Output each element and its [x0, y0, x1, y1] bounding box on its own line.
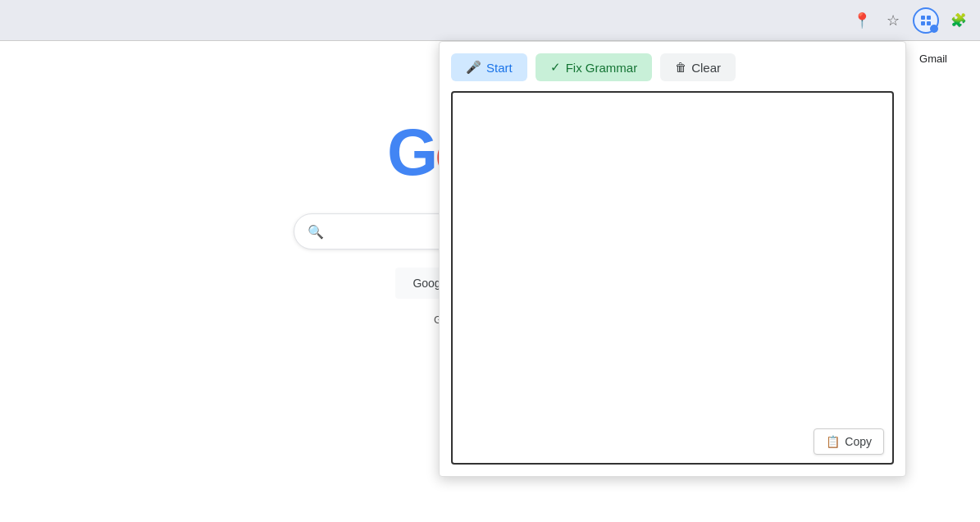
copy-icon: 📋: [826, 435, 840, 448]
clear-label: Clear: [691, 61, 721, 75]
google-homepage: Gmail G o o g l e 🔍 Google Search I'm F.…: [0, 41, 980, 522]
browser-toolbar: 📍 ☆ 🧩: [0, 0, 980, 41]
gmail-link[interactable]: Gmail: [919, 53, 947, 65]
extension-panel: 🎤 Start ✓ Fix Grammar 🗑 Clear 📋 Copy: [439, 41, 906, 477]
bookmark-icon[interactable]: ☆: [882, 9, 905, 32]
microphone-icon: 🎤: [466, 60, 481, 75]
extension-active-icon[interactable]: [913, 7, 939, 34]
svg-rect-1: [927, 16, 931, 20]
start-label: Start: [486, 61, 513, 75]
panel-buttons-row: 🎤 Start ✓ Fix Grammar 🗑 Clear: [451, 53, 894, 81]
fix-grammar-label: Fix Grammar: [566, 61, 638, 75]
trash-icon: 🗑: [675, 61, 686, 74]
checkmark-icon: ✓: [550, 60, 561, 75]
svg-rect-3: [927, 21, 931, 25]
location-icon[interactable]: 📍: [850, 9, 873, 32]
clear-button[interactable]: 🗑 Clear: [660, 53, 736, 81]
svg-rect-0: [921, 16, 925, 20]
search-icon: 🔍: [308, 224, 324, 240]
fix-grammar-button[interactable]: ✓ Fix Grammar: [536, 53, 653, 81]
panel-textarea[interactable]: [453, 93, 892, 463]
svg-rect-2: [921, 21, 925, 25]
copy-button[interactable]: 📋 Copy: [814, 428, 884, 455]
panel-textarea-container: 📋 Copy: [451, 91, 894, 465]
extensions-puzzle-icon[interactable]: 🧩: [947, 9, 970, 32]
start-button[interactable]: 🎤 Start: [451, 53, 527, 81]
copy-label: Copy: [845, 435, 872, 448]
